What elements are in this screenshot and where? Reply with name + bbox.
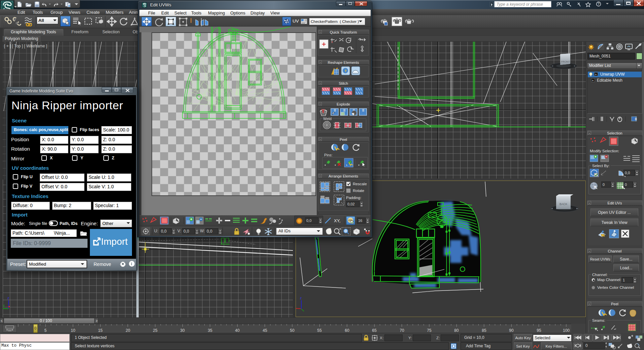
svg-text:75: 75 <box>427 328 432 333</box>
svg-text:10: 10 <box>71 328 75 333</box>
svg-text:65: 65 <box>372 328 377 333</box>
svg-text:100: 100 <box>563 328 570 333</box>
svg-text:85: 85 <box>482 328 486 333</box>
svg-text:80: 80 <box>454 328 459 333</box>
svg-text:55: 55 <box>317 328 322 333</box>
svg-text:45: 45 <box>263 328 267 333</box>
svg-text:z: z <box>300 296 302 300</box>
svg-text:FRONT: FRONT <box>561 60 570 63</box>
svg-text:60: 60 <box>345 328 349 333</box>
svg-text:70: 70 <box>400 328 404 333</box>
svg-text:95: 95 <box>537 328 541 333</box>
svg-text:15: 15 <box>98 328 103 333</box>
svg-text:90: 90 <box>509 328 514 333</box>
svg-text:50: 50 <box>290 328 295 333</box>
svg-text:?: ? <box>598 2 600 6</box>
svg-text:30: 30 <box>180 328 185 333</box>
svg-text:35: 35 <box>208 328 212 333</box>
svg-text:40: 40 <box>235 328 240 333</box>
svg-text:5: 5 <box>44 328 47 333</box>
svg-text:0: 0 <box>585 343 588 348</box>
svg-text:25: 25 <box>153 328 158 333</box>
svg-text:y: y <box>3 304 5 307</box>
svg-text:BACK: BACK <box>560 202 567 206</box>
svg-text:20: 20 <box>126 328 130 333</box>
svg-text:z: z <box>7 296 9 300</box>
